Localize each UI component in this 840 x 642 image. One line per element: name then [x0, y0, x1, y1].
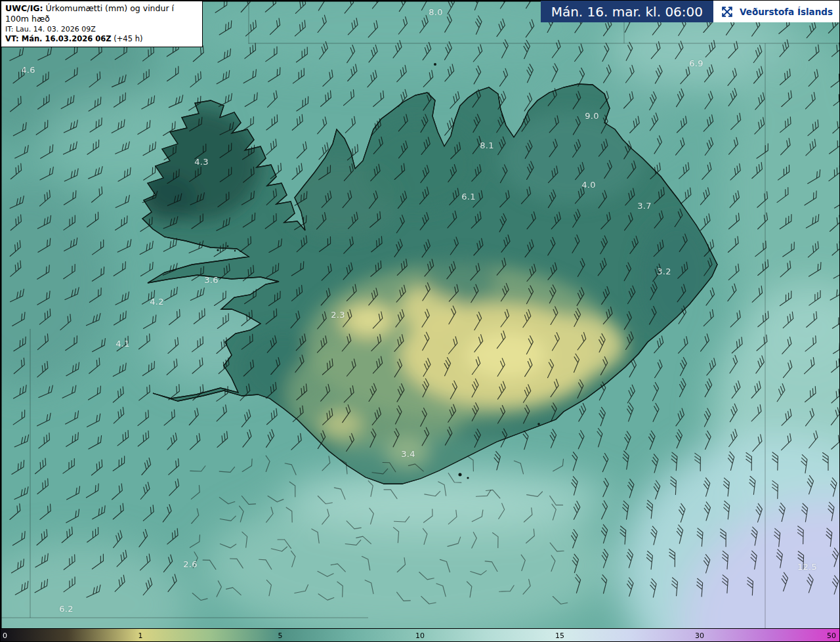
weather-map-viewport: 4.68.06.94.39.08.16.14.03.73.23.64.22.34… [0, 0, 840, 642]
model-id-label: UWC/IG: [5, 3, 43, 13]
colorbar-tick-30: 30 [695, 631, 704, 639]
forecast-info-box: UWC/IG: Úrkomumætti (mm) og vindur í 100… [1, 1, 203, 47]
info-line-init-time: IT: Lau. 14. 03. 2026 09Z [5, 25, 198, 34]
colorbar-tick-1: 1 [138, 631, 143, 639]
vedurstofa-logo-icon [719, 3, 736, 20]
precipitation-colorbar: 01510153050 [1, 628, 839, 641]
info-line-valid-time: VT: Mán. 16.03.2026 06Z (+45 h) [5, 34, 198, 44]
banner-datetime-text: Mán. 16. mar. kl. 06:00 [541, 1, 713, 22]
colorbar-tick-10: 10 [415, 631, 425, 639]
vedurstofa-logo-text: Veðurstofa Íslands [740, 7, 833, 17]
datetime-banner: Mán. 16. mar. kl. 06:00 [541, 1, 839, 22]
colorbar-tick-50: 50 [827, 631, 836, 639]
vedurstofa-logo: Veðurstofa Íslands [713, 1, 839, 22]
valid-time-offset: (+45 h) [112, 34, 143, 43]
colorbar-tick-0: 0 [3, 631, 7, 639]
precipitation-wind-map [1, 1, 840, 630]
info-line-title: UWC/IG: Úrkomumætti (mm) og vindur í 100… [5, 3, 198, 25]
valid-time-bold: VT: Mán. 16.03.2026 06Z [5, 34, 112, 43]
colorbar-tick-5: 5 [278, 631, 282, 639]
colorbar-tick-15: 15 [555, 631, 564, 639]
